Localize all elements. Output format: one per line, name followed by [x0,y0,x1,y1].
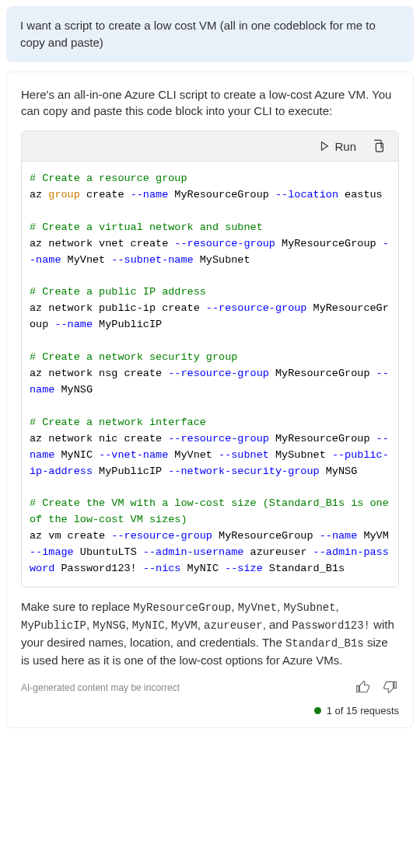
code-token: --location [275,189,338,200]
code-token: MyResourceGroup [269,368,376,379]
code-token: az network vnet create [30,238,174,249]
code-token: az network public-ip create [30,302,206,314]
message-footer: AI-generated content may be incorrect [21,678,399,699]
code-token: azureuser [243,546,313,558]
code-header: Run [22,131,398,162]
code-token: MyResourceGroup [275,238,383,249]
code-token: MyResourceGroup [212,530,320,542]
code-token: Password123! [54,563,142,574]
code-token: MyResourceGroup [168,189,275,200]
code-token: MyVnet [168,449,219,461]
inline-code: MyVM [171,619,198,632]
code-token: MyNSG [54,384,93,396]
run-button[interactable]: Run [319,140,356,153]
code-token: # Create a virtual network and subnet [30,221,263,233]
code-token: --network-security-group [168,465,319,477]
code-token: MyPublicIP [93,465,168,477]
play-icon [319,141,330,152]
inline-code: MyResourceGroup [133,601,231,614]
code-token: MyResourceGroup [269,433,376,444]
code-token: --resource-group [168,433,269,444]
code-token: --resource-group [206,302,307,314]
ai-disclaimer: AI-generated content may be incorrect [21,682,180,693]
code-token: az network nsg create [30,368,168,379]
code-token: --admin-username [143,546,244,558]
user-message: I want a script to create a low cost VM … [6,6,414,62]
thumbs-up-button[interactable] [354,678,373,699]
code-token: # Create a network interface [30,417,206,428]
feedback-buttons [354,678,399,699]
code-token: # Create a network security group [30,351,237,363]
code-token: eastus [338,189,383,200]
code-token: --resource-group [174,238,275,249]
code-token: az [30,189,48,200]
assistant-outro: Make sure to replace MyResourceGroup, My… [21,598,399,670]
code-token: --image [30,546,74,558]
code-token: MyNIC [54,449,99,461]
code-token: MySubnet [269,449,332,461]
copy-button[interactable] [370,138,387,155]
code-token: --name [131,189,169,200]
inline-code: azureuser [204,619,263,632]
code-token: MyPublicIP [93,319,162,330]
status-row: 1 of 15 requests [21,705,399,716]
code-token: group [48,189,80,200]
code-token: az vm create [30,530,111,542]
code-token: --nics [143,563,181,574]
thumbs-down-icon [382,679,397,695]
inline-code: Password123! [292,619,370,632]
code-token: create [80,189,131,200]
code-token: MySubnet [194,254,250,266]
code-token: # Create the VM with a low-cost size (St… [30,497,395,525]
code-token: # Create a public IP address [30,286,206,298]
code-token: # Create a resource group [30,173,187,184]
code-token: MyNIC [180,563,225,574]
inline-code: MyPublicIP [21,619,86,632]
inline-code: Standard_B1s [285,637,364,650]
code-token: --subnet-name [111,254,193,266]
svg-rect-0 [376,143,383,152]
status-dot-icon [314,707,321,714]
inline-code: MyVnet [238,601,277,614]
code-token: MyNSG [320,465,358,477]
code-token: --subnet [219,449,269,461]
code-token: --name [54,319,93,330]
code-token: UbuntuLTS [74,546,143,558]
inline-code: MyNSG [93,619,125,632]
code-token: --name [320,530,358,542]
run-label: Run [334,140,356,153]
thumbs-down-button[interactable] [380,678,399,699]
code-token: --resource-group [168,368,269,379]
code-token: --resource-group [111,530,212,542]
code-token: --size [225,563,263,574]
code-block: Run # Create a resource group az group c… [21,131,399,587]
code-body[interactable]: # Create a resource group az group creat… [22,162,398,587]
code-token: --vnet-name [99,449,168,461]
assistant-message: Here's an all-in-one Azure CLI script to… [6,71,414,728]
request-counter: 1 of 15 requests [327,705,399,716]
code-token: az network nic create [30,433,168,444]
copy-icon [372,139,386,153]
code-token: Standard_B1s [263,563,345,574]
code-token: MyVnet [61,254,112,266]
thumbs-up-icon [355,679,371,695]
inline-code: MyNIC [132,619,165,632]
assistant-intro: Here's an all-in-one Azure CLI script to… [21,86,399,120]
inline-code: MySubnet [283,601,335,614]
code-token: MyVM [357,530,395,542]
